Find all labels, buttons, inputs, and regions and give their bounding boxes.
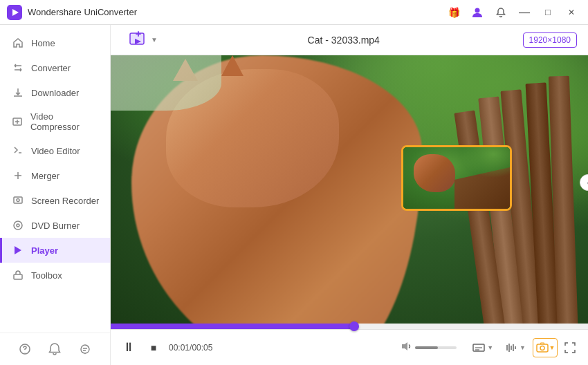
- notification-icon[interactable]: [47, 341, 62, 357]
- video-container: [111, 55, 588, 324]
- close-button[interactable]: ✕: [562, 3, 581, 22]
- converter-icon: [12, 62, 24, 74]
- resolution-badge: 1920×1080: [523, 32, 577, 48]
- feedback-icon[interactable]: [77, 341, 93, 357]
- svg-rect-4: [14, 197, 22, 203]
- bell-icon[interactable]: [491, 3, 511, 22]
- help-icon[interactable]: [17, 341, 33, 357]
- player-icon: [12, 244, 24, 256]
- main-layout: Home Converter Downloader: [0, 25, 588, 365]
- sidebar-item-video-editor[interactable]: Video Editor: [0, 138, 110, 163]
- right-controls: ▼ ▼ ▼: [468, 338, 580, 357]
- progress-bar[interactable]: [111, 324, 588, 329]
- sidebar-item-label: Toolbox: [31, 270, 62, 281]
- snapshot-button[interactable]: ▼: [533, 338, 558, 357]
- svg-point-7: [17, 224, 19, 227]
- svg-rect-9: [14, 274, 22, 279]
- dvd-burner-icon: [12, 219, 24, 232]
- video-compressor-icon: [12, 115, 24, 128]
- video-editor-icon: [12, 144, 24, 157]
- sidebar-item-label: Home: [31, 38, 55, 48]
- sidebar-item-downloader[interactable]: Downloader: [0, 80, 110, 105]
- progress-fill: [111, 324, 354, 329]
- sidebar-item-player[interactable]: Player: [0, 238, 110, 263]
- subtitle-dropdown[interactable]: ▼: [487, 344, 493, 351]
- sidebar-item-dvd-burner[interactable]: DVD Burner: [0, 213, 110, 238]
- fullscreen-button[interactable]: [560, 338, 580, 357]
- content-area: ▼ Cat - 32033.mp4 1920×1080: [111, 25, 588, 365]
- user-icon[interactable]: [468, 3, 487, 22]
- time-total: 00:05: [192, 343, 212, 353]
- sidebar-item-label: Converter: [31, 63, 71, 73]
- sidebar: Home Converter Downloader: [0, 25, 111, 365]
- merger-icon: [12, 169, 24, 182]
- add-file-button[interactable]: ▼: [122, 26, 165, 54]
- video-background: [111, 55, 588, 324]
- add-file-dropdown-arrow[interactable]: ▼: [151, 36, 158, 44]
- downloader-icon: [12, 86, 24, 99]
- volume-slider[interactable]: [415, 346, 457, 349]
- time-current: 00:01: [169, 343, 190, 353]
- svg-marker-8: [15, 246, 21, 254]
- progress-thumb[interactable]: [349, 321, 359, 331]
- audio-button[interactable]: ▼: [500, 339, 530, 357]
- svg-point-16: [540, 346, 544, 350]
- sidebar-item-label: Player: [31, 245, 58, 256]
- sidebar-item-home[interactable]: Home: [0, 30, 110, 55]
- sidebar-item-label: Merger: [31, 171, 59, 181]
- svg-rect-15: [537, 344, 548, 352]
- toolbox-icon: [12, 269, 24, 281]
- sidebar-item-label: Downloader: [31, 88, 79, 98]
- svg-marker-13: [402, 342, 407, 350]
- content-header: ▼ Cat - 32033.mp4 1920×1080: [111, 25, 588, 55]
- subtitle-button[interactable]: ▼: [468, 339, 497, 357]
- cat-ear-right: [221, 55, 244, 76]
- thumb-greenery: [454, 147, 510, 182]
- sky-area: [111, 55, 221, 111]
- svg-point-5: [17, 199, 19, 202]
- controls-bar: ⏸ ■ 00:01/00:05: [111, 329, 588, 365]
- home-icon: [12, 37, 24, 49]
- svg-point-2: [475, 8, 480, 12]
- volume-fill: [415, 346, 438, 349]
- thumbnail-preview: [401, 145, 512, 211]
- maximize-button[interactable]: □: [538, 3, 558, 22]
- thumbnail-inner: [403, 147, 510, 209]
- sidebar-bottom: [0, 333, 110, 365]
- filename-label: Cat - 32033.mp4: [170, 35, 517, 46]
- snapshot-dropdown[interactable]: ▼: [549, 344, 555, 351]
- titlebar-controls: 🎁 — □ ✕: [444, 3, 581, 22]
- sidebar-item-label: Video Compressor: [30, 111, 100, 132]
- audio-dropdown[interactable]: ▼: [520, 344, 526, 351]
- volume-section: [400, 340, 457, 355]
- sidebar-item-converter[interactable]: Converter: [0, 55, 110, 80]
- time-display: 00:01/00:05: [169, 343, 217, 353]
- stop-button[interactable]: ■: [144, 338, 163, 357]
- thumb-cat: [414, 154, 455, 192]
- minimize-button[interactable]: —: [515, 3, 534, 22]
- app-title: Wondershare UniConverter: [28, 7, 444, 17]
- sidebar-item-label: DVD Burner: [31, 221, 80, 231]
- sidebar-item-screen-recorder[interactable]: Screen Recorder: [0, 188, 110, 213]
- sidebar-item-video-compressor[interactable]: Video Compressor: [0, 105, 110, 138]
- volume-icon[interactable]: [400, 340, 412, 355]
- sidebar-item-label: Video Editor: [31, 146, 80, 156]
- sidebar-item-merger[interactable]: Merger: [0, 163, 110, 188]
- gift-icon[interactable]: 🎁: [444, 3, 463, 22]
- svg-point-6: [14, 221, 22, 230]
- sidebar-item-toolbox[interactable]: Toolbox: [0, 263, 110, 288]
- app-logo: [7, 5, 22, 20]
- screen-recorder-icon: [12, 194, 24, 207]
- titlebar: Wondershare UniConverter 🎁 — □ ✕: [0, 0, 588, 25]
- pause-button[interactable]: ⏸: [119, 338, 138, 357]
- sidebar-item-label: Screen Recorder: [31, 196, 99, 206]
